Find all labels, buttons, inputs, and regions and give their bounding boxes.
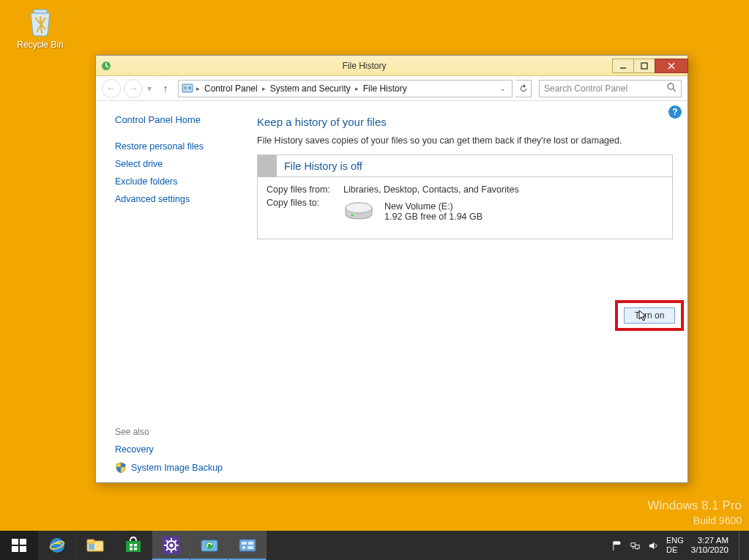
svg-rect-27 [134,548,137,550]
window-title: File History [116,61,612,71]
search-placeholder: Search Control Panel [544,83,627,94]
drive-space: 1.92 GB free of 1.94 GB [384,212,482,222]
minimize-button[interactable] [612,59,634,73]
svg-point-13 [351,214,354,217]
copy-from-value: Libraries, Desktop, Contacts, and Favori… [343,184,663,195]
chevron-right-icon[interactable]: ▸ [261,85,267,92]
taskbar-control-panel[interactable] [228,531,267,560]
svg-rect-26 [130,548,133,550]
nav-up-button[interactable]: ↑ [159,82,172,95]
navbar: ← → ▾ ↑ ▸ Control Panel ▸ System and Sec… [96,76,687,101]
status-box: File History is off Copy files from: Lib… [257,154,673,239]
svg-rect-14 [12,539,18,545]
close-button[interactable] [655,59,688,73]
svg-rect-21 [87,540,94,543]
sidebar-link-exclude[interactable]: Exclude folders [115,176,250,187]
taskbar-sync[interactable] [190,531,228,560]
svg-point-9 [668,83,674,89]
svg-rect-24 [130,544,133,547]
svg-rect-16 [12,546,18,552]
cursor-icon [638,310,649,323]
chevron-right-icon[interactable]: ▸ [354,85,360,92]
taskbar-explorer[interactable] [76,531,114,560]
file-history-window: File History ← → ▾ ↑ ▸ Control Panel ▸ S… [95,55,688,483]
copy-from-label: Copy files from: [267,184,343,195]
taskbar-settings[interactable] [152,531,190,560]
sidebar-link-advanced[interactable]: Advanced settings [115,194,250,204]
svg-point-7 [185,86,187,89]
titlebar[interactable]: File History [96,56,687,76]
clock[interactable]: 3:27 AM3/10/2020 [691,536,728,555]
hard-drive-icon [343,201,374,223]
breadcrumb-seg-0[interactable]: Control Panel [203,83,259,94]
recycle-bin-icon [23,4,57,38]
status-indicator-icon [258,155,277,177]
taskbar-ie[interactable] [38,531,76,560]
sidebar-link-select-drive[interactable]: Select drive [115,159,250,169]
svg-rect-25 [134,544,137,547]
address-dropdown-icon[interactable]: ⌄ [497,85,509,92]
drive-name: New Volume (E:) [384,201,482,212]
svg-rect-0 [34,10,47,13]
copy-to-label: Copy files to: [267,198,343,208]
svg-rect-46 [247,546,253,549]
page-subtitle: File History saves copies of your files … [257,135,673,146]
highlight-annotation: Turn on [615,300,684,331]
svg-point-38 [169,544,173,548]
taskbar-store[interactable] [114,531,152,560]
status-title: File History is off [277,160,362,172]
window-icon [100,60,112,72]
network-icon[interactable] [630,540,641,551]
sidebar-link-system-image[interactable]: System Image Backup [131,463,223,473]
turn-on-button[interactable]: Turn on [624,307,675,324]
flag-icon[interactable] [611,540,622,551]
system-tray: ENGDE 3:27 AM3/10/2020 [611,531,749,560]
sidebar: Control Panel Home Restore personal file… [96,101,257,482]
refresh-button[interactable] [515,80,532,97]
nav-history-dropdown[interactable]: ▾ [146,83,153,94]
breadcrumb-seg-2[interactable]: File History [362,83,409,94]
svg-line-10 [673,89,676,92]
search-icon [667,83,677,94]
svg-rect-22 [89,544,94,550]
svg-rect-15 [20,539,26,545]
language-indicator[interactable]: ENGDE [666,536,684,554]
chevron-right-icon[interactable]: ▸ [195,85,201,92]
svg-point-45 [242,546,245,549]
volume-icon[interactable] [648,540,659,551]
control-panel-icon [182,83,193,94]
nav-back-button[interactable]: ← [102,79,121,98]
show-desktop-button[interactable] [739,531,745,560]
svg-rect-6 [182,84,193,92]
sidebar-link-recovery[interactable]: Recovery [115,444,250,455]
main-content: Keep a history of your files File Histor… [257,101,687,482]
svg-rect-48 [635,545,639,548]
svg-rect-23 [126,541,141,552]
recycle-bin-label: Recycle Bin [17,40,63,50]
svg-rect-44 [248,542,253,545]
breadcrumb-seg-1[interactable]: System and Security [269,83,352,94]
address-bar[interactable]: ▸ Control Panel ▸ System and Security ▸ … [178,80,513,97]
svg-rect-3 [641,63,647,69]
svg-rect-47 [631,542,636,546]
nav-forward-button[interactable]: → [124,79,143,98]
see-also-label: See also [115,427,250,437]
shield-icon [115,462,127,474]
svg-rect-43 [242,542,247,545]
start-button[interactable] [0,531,38,560]
search-input[interactable]: Search Control Panel [539,80,682,97]
svg-rect-17 [20,546,26,552]
svg-rect-42 [239,540,256,551]
maximize-button[interactable] [633,59,655,73]
control-panel-home-link[interactable]: Control Panel Home [115,114,250,125]
svg-point-12 [346,203,372,213]
watermark: Windows 8.1 Pro Build 9600 [648,498,742,527]
svg-point-8 [189,86,191,89]
page-heading: Keep a history of your files [257,116,673,128]
taskbar: ENGDE 3:27 AM3/10/2020 [0,531,749,560]
sidebar-link-restore[interactable]: Restore personal files [115,141,250,152]
recycle-bin[interactable]: Recycle Bin [16,4,64,50]
